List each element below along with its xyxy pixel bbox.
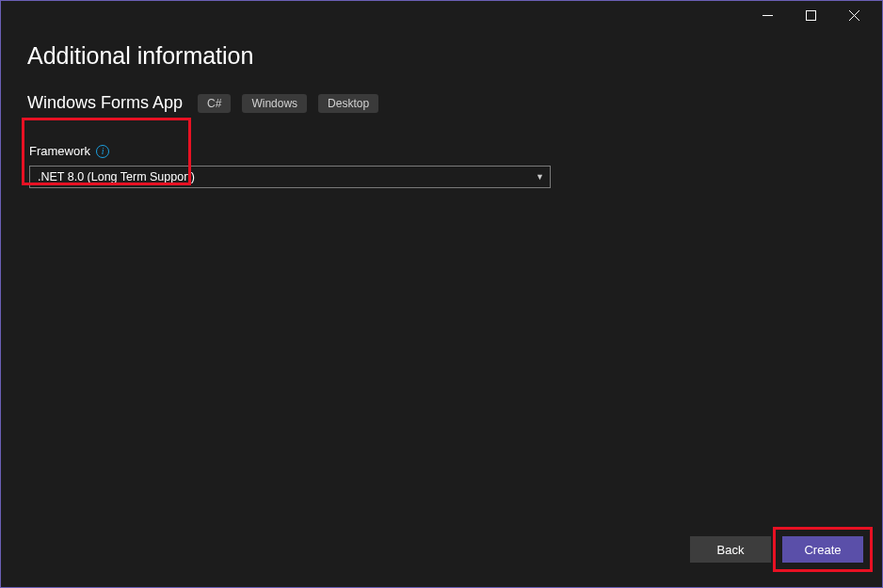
back-button[interactable]: Back — [690, 536, 771, 563]
maximize-icon — [806, 10, 816, 21]
title-bar — [1, 1, 882, 29]
info-icon[interactable]: i — [96, 145, 109, 158]
button-row: Back Create — [690, 536, 863, 563]
close-icon — [849, 10, 859, 21]
framework-selected-value: .NET 8.0 (Long Term Support) — [38, 170, 195, 183]
create-button[interactable]: Create — [782, 536, 863, 563]
svg-rect-1 — [806, 10, 815, 20]
minimize-button[interactable] — [747, 2, 788, 28]
framework-label: Framework — [29, 144, 90, 158]
svg-rect-0 — [763, 15, 773, 16]
framework-dropdown[interactable]: .NET 8.0 (Long Term Support) ▼ — [29, 166, 551, 188]
tag-language: C# — [198, 94, 231, 113]
template-name: Windows Forms App — [27, 93, 183, 113]
chevron-down-icon: ▼ — [536, 172, 544, 182]
close-button[interactable] — [833, 2, 875, 28]
maximize-button[interactable] — [790, 2, 831, 28]
minimize-icon — [763, 15, 773, 16]
tag-platform: Windows — [242, 94, 307, 113]
framework-label-row: Framework i — [29, 144, 882, 158]
subtitle-row: Windows Forms App C# Windows Desktop — [27, 93, 882, 113]
tag-type: Desktop — [318, 94, 378, 113]
page-title: Additional information — [27, 42, 882, 70]
